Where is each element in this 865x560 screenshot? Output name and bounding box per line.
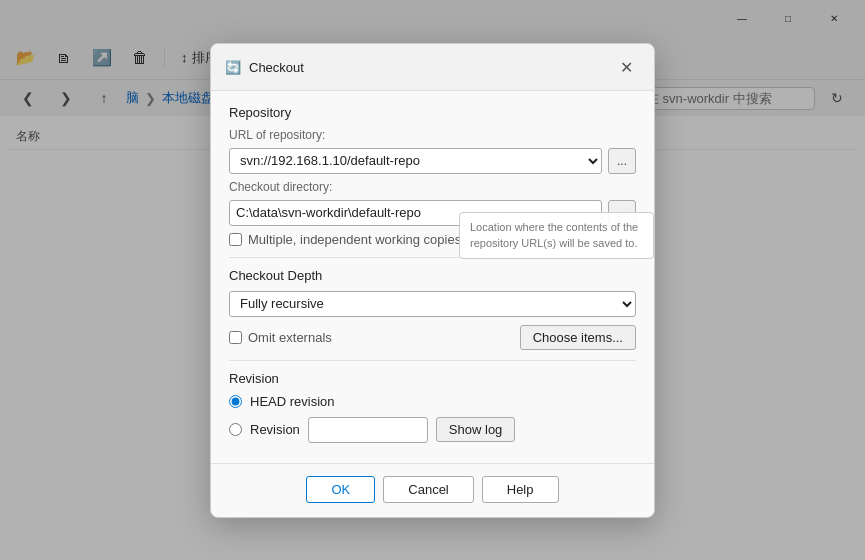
omit-externals-container: Omit externals bbox=[229, 330, 332, 345]
dialog-footer: OK Cancel Help bbox=[211, 463, 654, 517]
url-browse-icon: ... bbox=[617, 154, 627, 168]
checkout-dir-label: Checkout directory: bbox=[229, 180, 636, 194]
depth-select[interactable]: Fully recursive Immediate children Only … bbox=[229, 291, 636, 317]
omit-externals-label: Omit externals bbox=[248, 330, 332, 345]
revision-label: Revision bbox=[250, 422, 300, 437]
cancel-label: Cancel bbox=[408, 482, 448, 497]
head-revision-row: HEAD revision bbox=[229, 394, 636, 409]
choose-items-label: Choose items... bbox=[533, 330, 623, 345]
tooltip-text: Location where the contents of the repos… bbox=[470, 221, 638, 250]
url-label: URL of repository: bbox=[229, 128, 636, 142]
head-revision-radio[interactable] bbox=[229, 395, 242, 408]
omit-externals-row: Omit externals Choose items... bbox=[229, 325, 636, 350]
checkout-dialog: 🔄 Checkout ✕ Repository URL of repositor… bbox=[210, 43, 655, 518]
checkout-depth-section: Checkout Depth Fully recursive Immediate… bbox=[229, 268, 636, 350]
url-input[interactable]: svn://192.168.1.10/default-repo bbox=[229, 148, 602, 174]
dialog-title-text: Checkout bbox=[249, 60, 304, 75]
depth-row: Fully recursive Immediate children Only … bbox=[229, 291, 636, 317]
repository-title: Repository bbox=[229, 105, 636, 120]
multiple-copies-label: Multiple, independent working copies bbox=[248, 232, 461, 247]
checkout-depth-title: Checkout Depth bbox=[229, 268, 636, 283]
dialog-body: Repository URL of repository: svn://192.… bbox=[211, 91, 654, 463]
revision-input[interactable] bbox=[308, 417, 428, 443]
url-browse-button[interactable]: ... bbox=[608, 148, 636, 174]
dialog-title: 🔄 Checkout bbox=[225, 60, 304, 75]
revision-title: Revision bbox=[229, 371, 636, 386]
revision-section: Revision HEAD revision Revision Show log bbox=[229, 371, 636, 443]
help-button[interactable]: Help bbox=[482, 476, 559, 503]
head-revision-label: HEAD revision bbox=[250, 394, 335, 409]
revision-row: Revision Show log bbox=[229, 417, 636, 443]
tooltip-hint: Location where the contents of the repos… bbox=[459, 212, 654, 259]
choose-items-button[interactable]: Choose items... bbox=[520, 325, 636, 350]
url-input-row: svn://192.168.1.10/default-repo ... bbox=[229, 148, 636, 174]
omit-externals-checkbox[interactable] bbox=[229, 331, 242, 344]
show-log-label: Show log bbox=[449, 422, 502, 437]
show-log-button[interactable]: Show log bbox=[436, 417, 515, 442]
ok-label: OK bbox=[331, 482, 350, 497]
checkout-icon: 🔄 bbox=[225, 60, 241, 75]
dialog-close-button[interactable]: ✕ bbox=[612, 54, 640, 82]
divider-2 bbox=[229, 360, 636, 361]
repository-section: Repository URL of repository: svn://192.… bbox=[229, 105, 636, 247]
dialog-title-bar: 🔄 Checkout ✕ bbox=[211, 44, 654, 91]
cancel-button[interactable]: Cancel bbox=[383, 476, 473, 503]
multiple-copies-checkbox[interactable] bbox=[229, 233, 242, 246]
help-label: Help bbox=[507, 482, 534, 497]
dialog-close-icon: ✕ bbox=[620, 58, 633, 77]
ok-button[interactable]: OK bbox=[306, 476, 375, 503]
revision-radio[interactable] bbox=[229, 423, 242, 436]
modal-overlay: 🔄 Checkout ✕ Repository URL of repositor… bbox=[0, 0, 865, 560]
multiple-copies-row: Multiple, independent working copies Loc… bbox=[229, 232, 636, 247]
